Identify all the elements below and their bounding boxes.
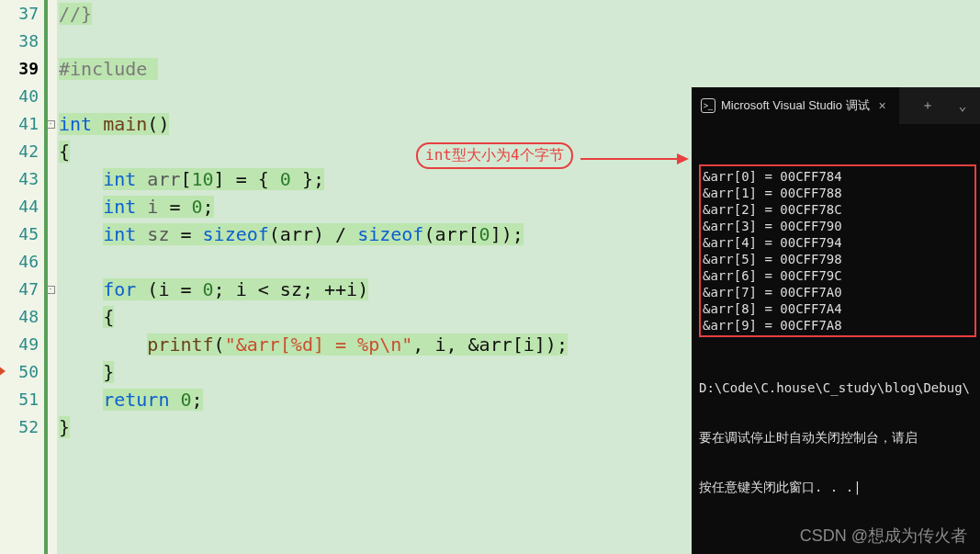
highlighted-output: &arr[0] = 00CFF784 &arr[1] = 00CFF788 &a… <box>699 164 976 337</box>
line-number: 43 <box>0 165 44 193</box>
line-number: 40 <box>0 83 44 110</box>
console-hint-2: 按任意键关闭此窗口. . .| <box>699 479 976 495</box>
watermark: CSDN @想成为传火者 <box>800 525 967 547</box>
titlebar-buttons: ＋ ⌄ <box>910 87 980 124</box>
console-path: D:\Code\C.house\C_study\blog\Debug\ <box>699 379 976 396</box>
console-titlebar[interactable]: >_ Microsoft Visual Studio 调试 × ＋ ⌄ <box>692 87 980 124</box>
line-number: 42 <box>0 138 44 165</box>
breakpoint-arrow-icon <box>0 366 6 377</box>
line-number: 51 <box>0 386 44 413</box>
tab-close-button[interactable]: × <box>875 98 890 113</box>
dropdown-button[interactable]: ⌄ <box>945 87 980 124</box>
console-tab[interactable]: >_ Microsoft Visual Studio 调试 × <box>692 87 899 124</box>
line-number: 48 <box>0 303 44 331</box>
debug-console-window[interactable]: >_ Microsoft Visual Studio 调试 × ＋ ⌄ &arr… <box>692 87 980 554</box>
console-hint-1: 要在调试停止时自动关闭控制台，请启 <box>699 429 976 446</box>
console-body[interactable]: &arr[0] = 00CFF784 &arr[1] = 00CFF788 &a… <box>692 124 980 536</box>
line-number-gutter: 37383940414243444546474849505152 <box>0 0 44 554</box>
line-number: 39 <box>0 55 44 83</box>
line-number: 37 <box>0 0 44 28</box>
code-line[interactable]: #include <box>57 55 980 83</box>
code-line[interactable]: //} <box>57 0 980 28</box>
line-number: 49 <box>0 331 44 358</box>
line-number: 52 <box>0 413 44 441</box>
line-number: 41 <box>0 110 44 138</box>
console-title: Microsoft Visual Studio 调试 <box>721 97 870 114</box>
line-number: 44 <box>0 193 44 220</box>
line-number: 47 <box>0 276 44 303</box>
annotation-bubble: int型大小为4个字节 <box>416 142 573 169</box>
line-number: 38 <box>0 28 44 55</box>
line-number: 50 <box>0 358 44 386</box>
new-tab-button[interactable]: ＋ <box>910 87 945 124</box>
line-number: 46 <box>0 248 44 276</box>
terminal-icon: >_ <box>701 98 715 113</box>
line-number: 45 <box>0 220 44 248</box>
change-bar <box>44 0 48 554</box>
code-line[interactable] <box>57 28 980 55</box>
